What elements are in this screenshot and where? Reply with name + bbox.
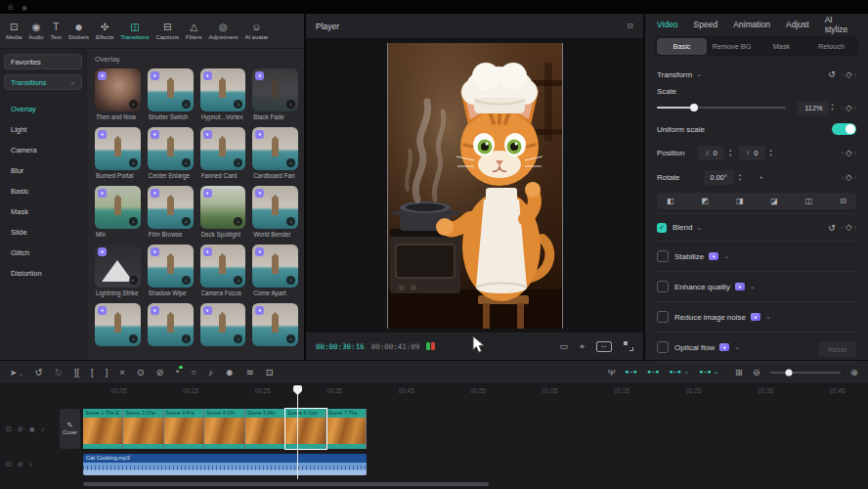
reverse-icon[interactable]: ⊘: [156, 368, 164, 378]
inspector-tab[interactable]: Video: [657, 20, 678, 29]
keyframe-graph-1[interactable]: ●–●: [626, 369, 638, 375]
timeline-zoom-slider[interactable]: [770, 372, 841, 374]
transition-item[interactable]: ♦ ↓ Center Enlarge: [148, 127, 194, 183]
video-clip[interactable]: Scene 5 Mix: [245, 409, 285, 449]
redo-icon[interactable]: ↻: [55, 368, 63, 378]
transition-item[interactable]: ♦ ↓ Shutter Switch: [148, 68, 194, 124]
transition-thumbnail[interactable]: ♦ ↓: [200, 127, 246, 170]
record-voiceover-icon[interactable]: Ψ: [608, 368, 616, 378]
scale-value-box[interactable]: 112%: [798, 101, 829, 115]
inspector-subtab[interactable]: Remove BG: [707, 38, 757, 55]
track-thumbnail-icon[interactable]: ⊡: [6, 425, 12, 432]
transition-item[interactable]: ♦ ↓ Camera Focus: [200, 244, 246, 300]
track-options-icon[interactable]: ≡: [192, 368, 197, 378]
scale-slider[interactable]: [657, 107, 786, 109]
align-right-icon[interactable]: ◨: [736, 198, 744, 205]
transition-thumbnail[interactable]: ♦ ↓: [95, 127, 141, 170]
timeline-display-icon[interactable]: ⊞: [735, 368, 743, 378]
transition-thumbnail[interactable]: ♦ ↓: [95, 303, 141, 346]
chevron-down-icon[interactable]: ⌄: [696, 70, 702, 78]
keyframe-icon[interactable]: ◇: [846, 104, 852, 112]
timeline-horizontal-scrollbar[interactable]: [83, 482, 489, 486]
transition-item[interactable]: ♦ ↓ Burned Portal: [95, 127, 141, 183]
transition-item[interactable]: ♦ ↓ Black Fade: [252, 68, 298, 124]
transition-item[interactable]: ♦ ↓: [252, 303, 298, 359]
inspector-subtab[interactable]: Basic: [657, 38, 707, 55]
sidebar-category-item[interactable]: Mask: [4, 201, 82, 222]
mixer-icon[interactable]: ≋: [246, 368, 254, 378]
fullscreen-icon[interactable]: [624, 341, 633, 351]
prev-keyframe-icon[interactable]: ‹: [842, 71, 844, 78]
workspace-icon[interactable]: ◉: [22, 4, 27, 11]
transition-item[interactable]: ♦ ↓ Lightning Strike: [95, 244, 141, 300]
transition-thumbnail[interactable]: ♦ ↓: [200, 244, 246, 288]
keyframe-icon[interactable]: ◇: [846, 223, 852, 232]
tab-effects[interactable]: ✣ Effects: [93, 22, 116, 40]
inspector-tab[interactable]: Adjust: [786, 20, 809, 29]
reset-blend-icon[interactable]: ↺: [828, 223, 836, 233]
timeline-ruler[interactable]: 00:05 00:15 00:25 00:35 00:45 00:55 01:0…: [83, 385, 868, 397]
download-icon[interactable]: ↓: [182, 276, 191, 285]
hide-track-icon[interactable]: ◉: [29, 425, 35, 432]
download-icon[interactable]: ↓: [129, 158, 138, 167]
align-top-icon[interactable]: ◩: [701, 198, 709, 205]
transition-thumbnail[interactable]: ♦ ↓: [200, 68, 246, 111]
player-options-icon[interactable]: ⊟: [627, 22, 633, 30]
download-icon[interactable]: ↓: [129, 276, 138, 285]
trim-right-icon[interactable]: ]: [106, 368, 108, 378]
aspect-ratio-icon[interactable]: ▭: [559, 342, 568, 351]
video-clip[interactable]: Scene 1 The E: [83, 409, 123, 449]
sidebar-category-item[interactable]: Glitch: [4, 243, 82, 263]
align-left-icon[interactable]: ◧: [667, 198, 674, 205]
download-icon[interactable]: ↓: [129, 217, 138, 226]
section-checkbox[interactable]: [657, 341, 669, 353]
tab-audio[interactable]: ◉ Audio: [25, 22, 46, 40]
rotate-stepper[interactable]: ▴▾: [739, 173, 741, 182]
sidebar-category-item[interactable]: Camera: [4, 140, 82, 160]
download-icon[interactable]: ↓: [129, 100, 138, 109]
download-icon[interactable]: ↓: [286, 334, 295, 343]
preview-quality-icon[interactable]: [596, 341, 612, 352]
position-y-stepper[interactable]: ▴▾: [770, 149, 772, 157]
transition-thumbnail[interactable]: ♦ ↓: [148, 186, 194, 229]
position-x-stepper[interactable]: ▴▾: [729, 149, 731, 157]
chevron-down-icon[interactable]: ⌄: [696, 224, 702, 232]
transition-thumbnail[interactable]: ♦ ↓: [95, 244, 141, 288]
download-icon[interactable]: ↓: [234, 276, 242, 285]
align-center-h-icon[interactable]: ◫: [805, 198, 813, 205]
download-icon[interactable]: ↓: [286, 276, 295, 285]
blend-checkbox[interactable]: ✓: [657, 223, 667, 233]
transition-thumbnail[interactable]: ♦ ↓: [252, 303, 298, 346]
transition-thumbnail[interactable]: ♦ ↓: [95, 68, 141, 111]
home-icon[interactable]: ⊞: [8, 4, 14, 11]
transition-thumbnail[interactable]: ♦ ↓: [148, 244, 194, 288]
transition-item[interactable]: ♦ ↓ Fanned Card: [200, 127, 246, 183]
chevron-down-icon[interactable]: ⌄: [765, 313, 771, 321]
transition-item[interactable]: ♦ ↓ Deck Spotlight: [200, 186, 246, 242]
transition-thumbnail[interactable]: ♦ ↓: [200, 303, 246, 346]
download-icon[interactable]: ↓: [234, 217, 242, 226]
transition-item[interactable]: ♦ ↓: [200, 303, 246, 359]
keyframe-icon[interactable]: ◇: [846, 173, 852, 182]
transition-item[interactable]: ♦ ↓ Shadow Wipe: [148, 244, 194, 300]
next-keyframe-icon[interactable]: ›: [854, 105, 856, 111]
playhead-line[interactable]: [297, 385, 298, 479]
rotate-value-box[interactable]: 0.00°: [704, 170, 734, 185]
download-icon[interactable]: ↓: [182, 217, 191, 226]
transition-item[interactable]: ♦ ↓ World Bender: [252, 186, 298, 242]
inspector-subtab[interactable]: Mask: [757, 38, 806, 55]
transition-thumbnail[interactable]: ♦ ↓: [148, 68, 194, 111]
mute-track-icon[interactable]: ♪: [41, 425, 45, 432]
sidebar-category-item[interactable]: Distortion: [4, 263, 82, 284]
download-icon[interactable]: ↓: [286, 100, 295, 109]
transition-thumbnail[interactable]: ♦ ↓: [148, 303, 194, 346]
keyframe-icon[interactable]: ◇: [846, 149, 852, 157]
next-keyframe-icon[interactable]: ›: [854, 71, 856, 78]
undo-icon[interactable]: ↺: [35, 368, 43, 378]
transition-thumbnail[interactable]: ♦ ↓: [252, 186, 298, 229]
transition-item[interactable]: ♦ ↓ Then and Now: [95, 68, 141, 124]
download-icon[interactable]: ↓: [234, 158, 242, 167]
position-y-box[interactable]: Y0: [739, 146, 764, 160]
tab-adjustment[interactable]: ◎ Adjustment: [205, 22, 240, 40]
prev-keyframe-icon[interactable]: ‹: [842, 105, 844, 111]
